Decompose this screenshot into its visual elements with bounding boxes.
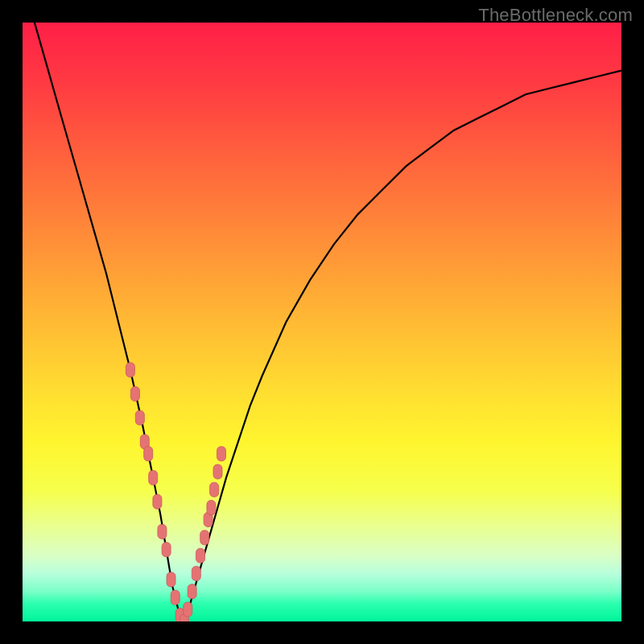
curve-marker bbox=[171, 590, 180, 605]
curve-marker bbox=[167, 572, 175, 587]
curve-marker bbox=[217, 447, 226, 461]
bottleneck-curve bbox=[35, 23, 621, 621]
chart-area bbox=[23, 23, 621, 621]
curve-marker bbox=[162, 543, 171, 557]
curve-marker bbox=[188, 584, 196, 599]
curve-marker bbox=[184, 602, 192, 617]
curve-marker bbox=[135, 411, 144, 425]
curve-marker bbox=[126, 363, 134, 378]
curve-marker bbox=[158, 524, 167, 539]
curve-marker bbox=[153, 494, 162, 509]
curve-marker bbox=[213, 464, 222, 479]
curve-marker bbox=[149, 470, 158, 485]
curve-marker bbox=[130, 386, 139, 401]
curve-marker bbox=[144, 447, 153, 461]
curve-marker bbox=[196, 548, 205, 563]
marker-group bbox=[126, 363, 225, 622]
curve-marker bbox=[200, 530, 209, 545]
watermark-text: TheBottleneck.com bbox=[478, 5, 633, 26]
curve-marker bbox=[207, 501, 216, 515]
curve-marker bbox=[210, 482, 219, 497]
curve-marker bbox=[192, 567, 200, 581]
chart-svg bbox=[23, 23, 621, 621]
